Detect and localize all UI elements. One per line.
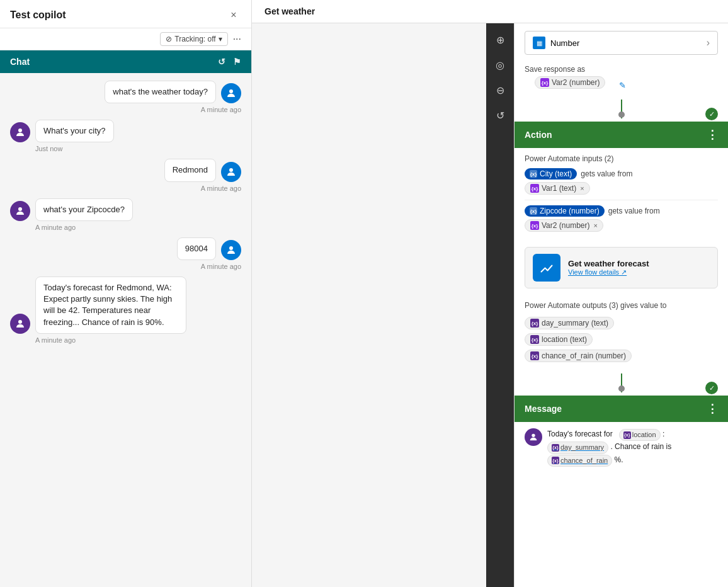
input-row-zipcode: {x} Zipcode (number) gets value from bbox=[525, 205, 718, 217]
flag-icon[interactable]: ⚑ bbox=[233, 57, 241, 67]
svg-point-1 bbox=[18, 128, 22, 132]
chance-of-rain-chip-label: chance_of_rain (number) bbox=[542, 351, 626, 360]
var2-remove-button[interactable]: × bbox=[593, 222, 597, 229]
svg-point-3 bbox=[18, 207, 22, 211]
number-node[interactable]: ▦ Number › bbox=[525, 31, 718, 55]
var2-chip-icon: {x} bbox=[540, 78, 549, 87]
chevron-down-icon: ▾ bbox=[219, 35, 222, 43]
day-summary-chip-label: day_summary (text) bbox=[542, 319, 608, 328]
connector-circle-1 bbox=[618, 111, 625, 118]
message-dots-button[interactable]: ⋮ bbox=[707, 402, 718, 416]
zoom-out-tool[interactable]: ⊖ bbox=[489, 79, 511, 101]
bubble-user3: 98004 bbox=[177, 237, 216, 260]
output-chip-location: {x} location (text) bbox=[525, 333, 593, 346]
chance-of-rain-chip-icon: {x} bbox=[530, 351, 539, 360]
zipcode-chip: {x} Zipcode (number) bbox=[525, 205, 605, 217]
avatar-bot-bot2 bbox=[10, 201, 30, 221]
view-flow-details-link[interactable]: View flow details ↗ bbox=[568, 268, 710, 276]
message-avatar-icon bbox=[528, 432, 538, 442]
edit-var2-button[interactable]: ✎ bbox=[619, 81, 626, 90]
center-tool[interactable]: ◎ bbox=[489, 54, 511, 76]
tracking-icon: ⊘ bbox=[166, 35, 172, 43]
svg-point-4 bbox=[229, 246, 233, 250]
svg-point-2 bbox=[229, 168, 233, 172]
output-chips: {x} day_summary (text) {x} location (tex… bbox=[525, 315, 718, 364]
flow-canvas[interactable] bbox=[252, 23, 486, 587]
action-section-header: Action ⋮ bbox=[515, 122, 728, 148]
message-row-bot1: What's your city? bbox=[10, 120, 114, 142]
chance-inline-chip: {x} chance_of_rain bbox=[547, 455, 612, 467]
connector-1: ✓ bbox=[515, 96, 728, 122]
var2-output-chip-label: Var2 (number) bbox=[542, 221, 589, 230]
message-row-user3: 98004 bbox=[177, 237, 241, 260]
tracking-bar: ⊘ Tracking: off ▾ ··· bbox=[0, 28, 251, 50]
day-summary-inline-label: day_summary bbox=[560, 442, 604, 453]
reset-tool[interactable]: ↺ bbox=[489, 104, 511, 127]
message-body: Today's forecast for {x} location : {x} … bbox=[515, 422, 728, 473]
action-dots-button[interactable]: ⋮ bbox=[707, 128, 718, 142]
bot-message-bot1: What's your city?Just now bbox=[10, 120, 241, 157]
tracking-toggle[interactable]: ⊘ Tracking: off ▾ bbox=[160, 32, 227, 46]
var1-chip-label: Var1 (text) bbox=[542, 184, 576, 193]
connector-circle-2 bbox=[618, 385, 625, 392]
day-summary-inline-chip-icon: {x} bbox=[552, 444, 559, 452]
bot-message-bot2: what's your Zipcocde?A minute ago bbox=[10, 198, 241, 236]
day-summary-inline-chip: {x} day_summary bbox=[547, 442, 608, 454]
left-header: Test copilot × bbox=[0, 0, 251, 28]
flow-card-info: Get weather forecast View flow details ↗ bbox=[568, 259, 710, 276]
svg-point-0 bbox=[229, 89, 233, 93]
var2-output-chip-icon: {x} bbox=[530, 221, 539, 230]
chat-label: Chat bbox=[10, 57, 30, 67]
input-row-var1: {x} Var1 (text) × bbox=[525, 182, 718, 195]
message-row-user2: Redmond bbox=[164, 159, 241, 181]
bubble-bot3: Today's forecast for Redmond, WA: Expect… bbox=[35, 276, 186, 334]
avatar-user-user2 bbox=[221, 162, 241, 182]
avatar-bot-bot3 bbox=[10, 314, 30, 334]
message-section-header: Message ⋮ bbox=[515, 396, 728, 422]
var1-chip-icon: {x} bbox=[530, 184, 539, 193]
chat-header-icons: ↺ ⚑ bbox=[218, 57, 241, 67]
zipcode-gets-value: gets value from bbox=[608, 207, 660, 215]
close-button[interactable]: × bbox=[226, 8, 241, 23]
message-label: Message bbox=[525, 404, 562, 414]
bubble-user1: what's the weather today? bbox=[105, 81, 216, 103]
action-body: Power Automate inputs (2) {x} City (text… bbox=[515, 148, 728, 241]
canvas-toolbar: ⊕ ◎ ⊖ ↺ bbox=[486, 23, 514, 587]
more-options-button[interactable]: ··· bbox=[233, 33, 241, 45]
city-chip-icon: {x} bbox=[530, 170, 537, 178]
timestamp-bot3: A minute ago bbox=[35, 336, 76, 344]
chance-inline-chip-icon: {x} bbox=[552, 457, 559, 464]
var2-output-chip: {x} Var2 (number) × bbox=[525, 219, 603, 232]
outputs-label: Power Automate outputs (3) gives value t… bbox=[525, 301, 718, 310]
flow-card-icon bbox=[533, 254, 560, 282]
svg-point-5 bbox=[18, 320, 22, 324]
chance-inline-label: chance_of_rain bbox=[560, 455, 608, 467]
msg-prefix: Today's forecast for bbox=[547, 430, 613, 438]
connector-check-1: ✓ bbox=[705, 108, 718, 120]
bot-message-bot3: Today's forecast for Redmond, WA: Expect… bbox=[10, 276, 241, 349]
number-node-left: ▦ Number bbox=[533, 37, 579, 49]
divider-1 bbox=[525, 200, 718, 200]
msg-colon: : bbox=[663, 430, 664, 438]
var2-chip-label: Var2 (number) bbox=[552, 78, 600, 87]
connector-2: ✓ bbox=[515, 370, 728, 396]
message-text-area: Today's forecast for {x} location : {x} … bbox=[547, 428, 718, 467]
refresh-icon[interactable]: ↺ bbox=[218, 57, 225, 67]
timestamp-bot1: Just now bbox=[35, 145, 62, 152]
city-gets-value: gets value from bbox=[581, 169, 632, 178]
zoom-in-tool[interactable]: ⊕ bbox=[489, 28, 511, 51]
timestamp-user1: A minute ago bbox=[201, 106, 241, 113]
user-message-user2: RedmondA minute ago bbox=[10, 159, 241, 197]
user-message-user3: 98004A minute ago bbox=[10, 237, 241, 275]
var1-chip: {x} Var1 (text) × bbox=[525, 182, 590, 195]
left-panel: Test copilot × ⊘ Tracking: off ▾ ··· Cha… bbox=[0, 0, 252, 587]
flow-icon-svg bbox=[539, 260, 554, 275]
power-automate-inputs-label: Power Automate inputs (2) bbox=[525, 154, 718, 163]
chat-body: what's the weather today?A minute agoWha… bbox=[0, 73, 251, 587]
var2-chip: {x} Var2 (number) bbox=[535, 76, 605, 89]
location-chip-label: location (text) bbox=[542, 335, 587, 344]
timestamp-user3: A minute ago bbox=[201, 263, 241, 270]
number-node-chevron: › bbox=[707, 37, 710, 48]
var1-remove-button[interactable]: × bbox=[580, 185, 584, 192]
msg-suffix: %. bbox=[615, 455, 623, 464]
